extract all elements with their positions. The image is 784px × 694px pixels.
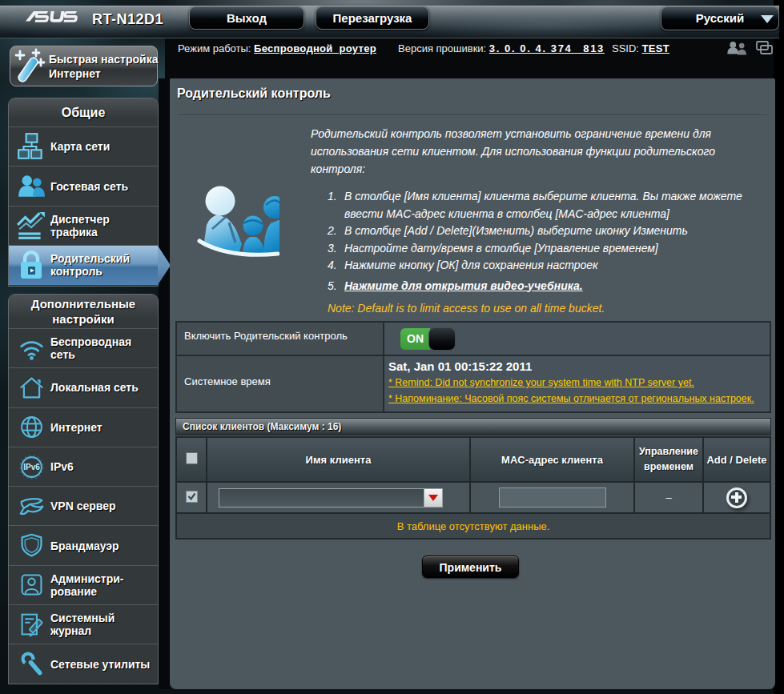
svg-text:IPv6: IPv6	[23, 463, 40, 471]
